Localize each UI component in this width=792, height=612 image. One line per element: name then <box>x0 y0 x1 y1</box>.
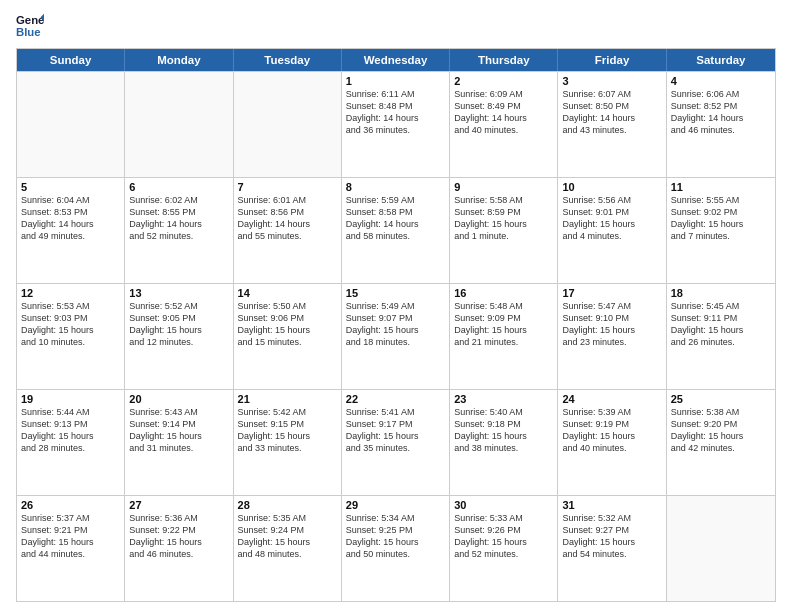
day-number: 5 <box>21 181 120 193</box>
day-info: Sunrise: 5:40 AMSunset: 9:18 PMDaylight:… <box>454 406 553 455</box>
day-info: Sunrise: 6:11 AMSunset: 8:48 PMDaylight:… <box>346 88 445 137</box>
svg-text:General: General <box>16 14 44 26</box>
day-info: Sunrise: 5:58 AMSunset: 8:59 PMDaylight:… <box>454 194 553 243</box>
day-info: Sunrise: 5:56 AMSunset: 9:01 PMDaylight:… <box>562 194 661 243</box>
day-number: 22 <box>346 393 445 405</box>
logo-icon: General Blue <box>16 12 44 40</box>
calendar-day-13: 13Sunrise: 5:52 AMSunset: 9:05 PMDayligh… <box>125 284 233 389</box>
svg-text:Blue: Blue <box>16 26 41 38</box>
day-number: 8 <box>346 181 445 193</box>
day-number: 11 <box>671 181 771 193</box>
calendar-day-9: 9Sunrise: 5:58 AMSunset: 8:59 PMDaylight… <box>450 178 558 283</box>
day-info: Sunrise: 6:02 AMSunset: 8:55 PMDaylight:… <box>129 194 228 243</box>
calendar-day-empty <box>667 496 775 601</box>
day-info: Sunrise: 5:42 AMSunset: 9:15 PMDaylight:… <box>238 406 337 455</box>
day-info: Sunrise: 5:37 AMSunset: 9:21 PMDaylight:… <box>21 512 120 561</box>
day-number: 30 <box>454 499 553 511</box>
calendar-week-1: 1Sunrise: 6:11 AMSunset: 8:48 PMDaylight… <box>17 71 775 177</box>
day-number: 14 <box>238 287 337 299</box>
day-info: Sunrise: 6:09 AMSunset: 8:49 PMDaylight:… <box>454 88 553 137</box>
day-info: Sunrise: 5:35 AMSunset: 9:24 PMDaylight:… <box>238 512 337 561</box>
day-number: 6 <box>129 181 228 193</box>
day-number: 3 <box>562 75 661 87</box>
calendar-day-5: 5Sunrise: 6:04 AMSunset: 8:53 PMDaylight… <box>17 178 125 283</box>
calendar-day-29: 29Sunrise: 5:34 AMSunset: 9:25 PMDayligh… <box>342 496 450 601</box>
logo: General Blue <box>16 12 44 40</box>
calendar-day-28: 28Sunrise: 5:35 AMSunset: 9:24 PMDayligh… <box>234 496 342 601</box>
calendar-day-7: 7Sunrise: 6:01 AMSunset: 8:56 PMDaylight… <box>234 178 342 283</box>
day-number: 7 <box>238 181 337 193</box>
day-header-saturday: Saturday <box>667 49 775 71</box>
day-info: Sunrise: 5:33 AMSunset: 9:26 PMDaylight:… <box>454 512 553 561</box>
day-info: Sunrise: 5:34 AMSunset: 9:25 PMDaylight:… <box>346 512 445 561</box>
day-info: Sunrise: 5:50 AMSunset: 9:06 PMDaylight:… <box>238 300 337 349</box>
day-number: 4 <box>671 75 771 87</box>
calendar-day-26: 26Sunrise: 5:37 AMSunset: 9:21 PMDayligh… <box>17 496 125 601</box>
day-info: Sunrise: 5:55 AMSunset: 9:02 PMDaylight:… <box>671 194 771 243</box>
calendar-day-4: 4Sunrise: 6:06 AMSunset: 8:52 PMDaylight… <box>667 72 775 177</box>
day-number: 18 <box>671 287 771 299</box>
calendar-day-21: 21Sunrise: 5:42 AMSunset: 9:15 PMDayligh… <box>234 390 342 495</box>
day-number: 24 <box>562 393 661 405</box>
calendar-day-3: 3Sunrise: 6:07 AMSunset: 8:50 PMDaylight… <box>558 72 666 177</box>
calendar-day-18: 18Sunrise: 5:45 AMSunset: 9:11 PMDayligh… <box>667 284 775 389</box>
day-number: 1 <box>346 75 445 87</box>
calendar-week-2: 5Sunrise: 6:04 AMSunset: 8:53 PMDaylight… <box>17 177 775 283</box>
day-number: 10 <box>562 181 661 193</box>
day-number: 16 <box>454 287 553 299</box>
day-info: Sunrise: 6:06 AMSunset: 8:52 PMDaylight:… <box>671 88 771 137</box>
day-info: Sunrise: 6:04 AMSunset: 8:53 PMDaylight:… <box>21 194 120 243</box>
day-number: 12 <box>21 287 120 299</box>
day-number: 21 <box>238 393 337 405</box>
calendar-day-19: 19Sunrise: 5:44 AMSunset: 9:13 PMDayligh… <box>17 390 125 495</box>
day-info: Sunrise: 5:48 AMSunset: 9:09 PMDaylight:… <box>454 300 553 349</box>
calendar-day-15: 15Sunrise: 5:49 AMSunset: 9:07 PMDayligh… <box>342 284 450 389</box>
calendar-day-11: 11Sunrise: 5:55 AMSunset: 9:02 PMDayligh… <box>667 178 775 283</box>
calendar-body: 1Sunrise: 6:11 AMSunset: 8:48 PMDaylight… <box>17 71 775 601</box>
calendar-day-empty <box>234 72 342 177</box>
calendar-day-2: 2Sunrise: 6:09 AMSunset: 8:49 PMDaylight… <box>450 72 558 177</box>
calendar-day-6: 6Sunrise: 6:02 AMSunset: 8:55 PMDaylight… <box>125 178 233 283</box>
day-number: 13 <box>129 287 228 299</box>
day-info: Sunrise: 6:01 AMSunset: 8:56 PMDaylight:… <box>238 194 337 243</box>
day-number: 27 <box>129 499 228 511</box>
day-number: 2 <box>454 75 553 87</box>
calendar-day-27: 27Sunrise: 5:36 AMSunset: 9:22 PMDayligh… <box>125 496 233 601</box>
calendar-day-17: 17Sunrise: 5:47 AMSunset: 9:10 PMDayligh… <box>558 284 666 389</box>
day-number: 25 <box>671 393 771 405</box>
calendar-table: SundayMondayTuesdayWednesdayThursdayFrid… <box>16 48 776 602</box>
day-info: Sunrise: 5:52 AMSunset: 9:05 PMDaylight:… <box>129 300 228 349</box>
day-header-thursday: Thursday <box>450 49 558 71</box>
calendar-day-23: 23Sunrise: 5:40 AMSunset: 9:18 PMDayligh… <box>450 390 558 495</box>
calendar-day-8: 8Sunrise: 5:59 AMSunset: 8:58 PMDaylight… <box>342 178 450 283</box>
day-number: 17 <box>562 287 661 299</box>
calendar-day-empty <box>17 72 125 177</box>
calendar-day-12: 12Sunrise: 5:53 AMSunset: 9:03 PMDayligh… <box>17 284 125 389</box>
day-info: Sunrise: 5:49 AMSunset: 9:07 PMDaylight:… <box>346 300 445 349</box>
day-number: 15 <box>346 287 445 299</box>
day-header-wednesday: Wednesday <box>342 49 450 71</box>
day-info: Sunrise: 5:43 AMSunset: 9:14 PMDaylight:… <box>129 406 228 455</box>
day-header-sunday: Sunday <box>17 49 125 71</box>
day-info: Sunrise: 5:45 AMSunset: 9:11 PMDaylight:… <box>671 300 771 349</box>
day-number: 20 <box>129 393 228 405</box>
day-info: Sunrise: 5:44 AMSunset: 9:13 PMDaylight:… <box>21 406 120 455</box>
calendar-day-1: 1Sunrise: 6:11 AMSunset: 8:48 PMDaylight… <box>342 72 450 177</box>
calendar-week-5: 26Sunrise: 5:37 AMSunset: 9:21 PMDayligh… <box>17 495 775 601</box>
day-header-monday: Monday <box>125 49 233 71</box>
day-number: 9 <box>454 181 553 193</box>
calendar-day-24: 24Sunrise: 5:39 AMSunset: 9:19 PMDayligh… <box>558 390 666 495</box>
day-number: 29 <box>346 499 445 511</box>
calendar-header: SundayMondayTuesdayWednesdayThursdayFrid… <box>17 49 775 71</box>
day-info: Sunrise: 5:59 AMSunset: 8:58 PMDaylight:… <box>346 194 445 243</box>
day-header-tuesday: Tuesday <box>234 49 342 71</box>
day-number: 31 <box>562 499 661 511</box>
calendar-day-empty <box>125 72 233 177</box>
calendar-week-3: 12Sunrise: 5:53 AMSunset: 9:03 PMDayligh… <box>17 283 775 389</box>
calendar-day-22: 22Sunrise: 5:41 AMSunset: 9:17 PMDayligh… <box>342 390 450 495</box>
header: General Blue <box>16 12 776 40</box>
calendar-day-25: 25Sunrise: 5:38 AMSunset: 9:20 PMDayligh… <box>667 390 775 495</box>
calendar-day-30: 30Sunrise: 5:33 AMSunset: 9:26 PMDayligh… <box>450 496 558 601</box>
day-info: Sunrise: 5:38 AMSunset: 9:20 PMDaylight:… <box>671 406 771 455</box>
day-header-friday: Friday <box>558 49 666 71</box>
